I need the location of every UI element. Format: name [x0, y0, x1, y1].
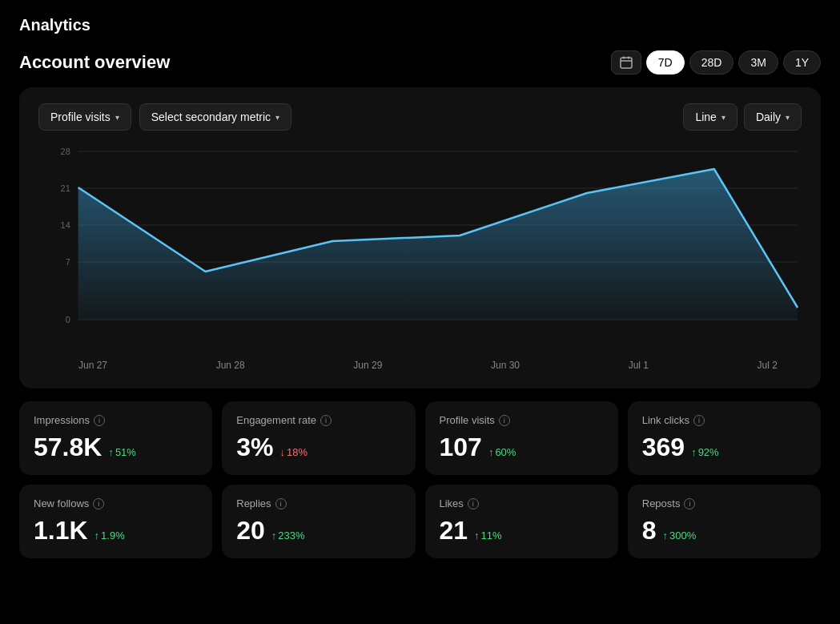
- arrow-up: [271, 529, 277, 541]
- x-label-jun28: Jun 28: [216, 360, 245, 371]
- info-icon: i: [93, 498, 104, 509]
- stats-row-1: Impressions i 57.8K 51% Engagement rate …: [19, 401, 821, 475]
- svg-text:21: 21: [61, 183, 70, 193]
- stat-change: 51%: [108, 446, 136, 458]
- x-label-jun27: Jun 27: [78, 360, 107, 371]
- stat-value-row: 20 233%: [236, 516, 400, 545]
- arrow-up: [488, 446, 494, 458]
- arrow-up: [94, 529, 100, 541]
- stat-value: 8: [642, 516, 657, 545]
- stat-change: 11%: [474, 529, 502, 541]
- stat-value: 107: [440, 433, 482, 462]
- stat-card: Impressions i 57.8K 51%: [19, 401, 212, 475]
- stat-card: New follows i 1.1K 1.9%: [19, 485, 212, 558]
- stat-card: Link clicks i 369 92%: [628, 401, 821, 475]
- stat-card: Profile visits i 107 60%: [425, 401, 618, 475]
- stat-value: 369: [642, 433, 685, 462]
- chart-view-controls: Line ▾ Daily ▾: [683, 103, 802, 131]
- chart-toolbar: Profile visits ▾ Select secondary metric…: [38, 103, 802, 131]
- filter-3m[interactable]: 3M: [738, 50, 778, 74]
- stat-label: Likes i: [440, 497, 604, 509]
- granularity-label: Daily: [756, 111, 781, 123]
- filter-1y[interactable]: 1Y: [783, 50, 821, 74]
- chevron-down-icon: ▾: [275, 113, 279, 122]
- svg-text:7: 7: [66, 257, 70, 267]
- filter-28d[interactable]: 28D: [689, 50, 734, 74]
- chevron-down-icon: ▾: [115, 113, 119, 122]
- arrow-up: [108, 446, 114, 458]
- stats-row-2: New follows i 1.1K 1.9% Replies i 20: [19, 485, 821, 558]
- chevron-down-icon: ▾: [786, 113, 790, 122]
- chevron-down-icon: ▾: [721, 113, 725, 122]
- x-label-jul1: Jul 1: [629, 360, 649, 371]
- chart-area: 28 21 14 7 0 Jun 27 Jun 28 Jun 29 Jun 30…: [38, 143, 802, 376]
- info-icon: i: [499, 415, 510, 426]
- stat-card: Reposts i 8 300%: [628, 485, 821, 558]
- calendar-button[interactable]: [611, 50, 641, 74]
- x-axis-labels: Jun 27 Jun 28 Jun 29 Jun 30 Jul 1 Jul 2: [38, 355, 802, 371]
- stat-change: 1.9%: [94, 529, 125, 541]
- info-icon: i: [320, 415, 332, 426]
- stat-card: Engagement rate i 3% 18%: [222, 401, 415, 475]
- stat-label: Replies i: [236, 497, 400, 509]
- stat-change: 60%: [488, 446, 516, 458]
- stat-label: New follows i: [34, 497, 198, 509]
- stat-value: 1.1K: [34, 516, 88, 545]
- stat-value: 20: [236, 516, 265, 545]
- granularity-dropdown[interactable]: Daily ▾: [744, 103, 802, 131]
- stat-card: Likes i 21 11%: [425, 485, 618, 558]
- arrow-up: [474, 529, 480, 541]
- info-icon: i: [275, 498, 287, 509]
- secondary-metric-dropdown[interactable]: Select secondary metric ▾: [139, 103, 291, 131]
- page-title: Account overview: [19, 52, 170, 73]
- stat-value-row: 21 11%: [440, 516, 604, 545]
- stat-value-row: 57.8K 51%: [34, 433, 198, 462]
- info-icon: i: [468, 498, 479, 509]
- view-type-label: Line: [695, 111, 716, 123]
- stat-label: Link clicks i: [642, 414, 806, 426]
- stat-change: 233%: [271, 529, 305, 541]
- info-icon: i: [684, 498, 695, 509]
- x-label-jul2: Jul 2: [758, 360, 778, 371]
- stat-value-row: 107 60%: [440, 433, 604, 462]
- arrow-up: [663, 529, 669, 541]
- secondary-metric-label: Select secondary metric: [151, 111, 271, 123]
- app-title: Analytics: [19, 16, 821, 34]
- view-type-dropdown[interactable]: Line ▾: [683, 103, 737, 131]
- chart-container: Profile visits ▾ Select secondary metric…: [19, 87, 821, 388]
- stat-change: 92%: [691, 446, 719, 458]
- stat-label: Engagement rate i: [236, 414, 400, 426]
- primary-metric-dropdown[interactable]: Profile visits ▾: [38, 103, 131, 131]
- info-icon: i: [94, 415, 105, 426]
- svg-text:0: 0: [66, 315, 70, 324]
- svg-text:28: 28: [61, 147, 70, 156]
- svg-rect-0: [621, 58, 632, 68]
- primary-metric-label: Profile visits: [50, 111, 111, 123]
- stat-value-row: 1.1K 1.9%: [34, 516, 198, 545]
- time-filters: 7D 28D 3M 1Y: [611, 50, 821, 74]
- calendar-icon: [620, 56, 633, 69]
- x-label-jun30: Jun 30: [491, 360, 520, 371]
- stat-value: 57.8K: [34, 433, 102, 462]
- stat-value-row: 369 92%: [642, 433, 806, 462]
- stat-value: 3%: [236, 433, 273, 462]
- svg-text:14: 14: [61, 220, 70, 230]
- stat-label: Profile visits i: [440, 414, 604, 426]
- stat-label: Reposts i: [642, 497, 806, 509]
- stat-card: Replies i 20 233%: [222, 485, 415, 558]
- arrow-up: [691, 446, 697, 458]
- svg-marker-11: [78, 169, 798, 320]
- header-row: Account overview 7D 28D 3M 1Y: [19, 50, 821, 74]
- stat-change: 18%: [280, 446, 308, 458]
- stat-change: 300%: [663, 529, 697, 541]
- info-icon: i: [693, 415, 705, 426]
- arrow-down: [280, 446, 286, 458]
- stat-value-row: 8 300%: [642, 516, 806, 545]
- x-label-jun29: Jun 29: [353, 360, 382, 371]
- stat-value-row: 3% 18%: [236, 433, 400, 462]
- line-chart: 28 21 14 7 0: [38, 143, 802, 352]
- stat-label: Impressions i: [34, 414, 198, 426]
- stat-value: 21: [440, 516, 468, 545]
- filter-7d[interactable]: 7D: [646, 50, 685, 74]
